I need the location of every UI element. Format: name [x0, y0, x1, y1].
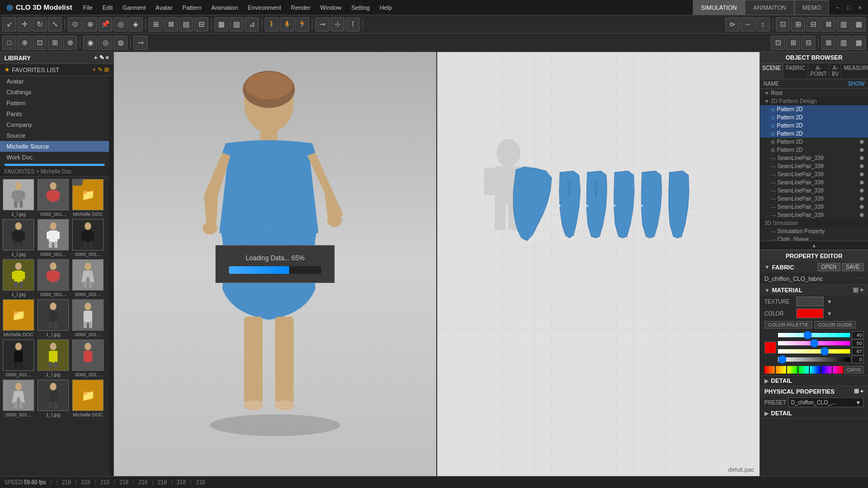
- tree-seam-2[interactable]: — SeamLinePair_339: [760, 162, 868, 170]
- spectrum-magenta[interactable]: [833, 366, 843, 374]
- tool-sub-b[interactable]: ⊕: [17, 36, 31, 50]
- spectrum-red[interactable]: [764, 366, 775, 374]
- cmyk-color-swatch[interactable]: [764, 342, 776, 354]
- menu-render[interactable]: Render: [286, 2, 315, 13]
- tree-pattern-1[interactable]: ⊞ Pattern 2D: [760, 105, 868, 113]
- tool-sim-2[interactable]: ◎: [113, 17, 127, 31]
- tool-2dsub-b[interactable]: ⊞: [786, 36, 800, 50]
- tool-sub-d[interactable]: ⊞: [48, 36, 62, 50]
- fav-edit-icon[interactable]: ✎: [98, 66, 103, 73]
- tool-d[interactable]: ⊟: [194, 17, 208, 31]
- tool-h[interactable]: ⊸: [315, 17, 329, 31]
- lib-item-michelle-source[interactable]: Michelle Source: [0, 141, 109, 152]
- 2d-viewport[interactable]: defult.pac: [437, 52, 760, 476]
- tree-seam-3[interactable]: — SeamLinePair_339: [760, 170, 868, 178]
- thumb-item[interactable]: 0060_001...: [37, 259, 69, 297]
- thumb-item[interactable]: 📁 Michelle DOC: [72, 380, 104, 418]
- tab-apoint[interactable]: A-POINT: [808, 63, 830, 79]
- tool-figure-pose[interactable]: 🧍: [280, 17, 294, 31]
- lib-edit-icon[interactable]: ✎: [99, 54, 104, 61]
- cmyk-c-slider[interactable]: [778, 333, 850, 337]
- tool-f[interactable]: ▧: [229, 17, 244, 31]
- tool-b[interactable]: ⊠: [164, 17, 178, 31]
- thumb-item[interactable]: 0060_001...: [72, 339, 104, 377]
- menu-animation[interactable]: Animation: [207, 2, 242, 13]
- collapse-bar[interactable]: ▲: [760, 241, 868, 250]
- tool-2d-b[interactable]: ⊞: [791, 17, 805, 31]
- tree-seam-1[interactable]: — SeamLinePair_339: [760, 154, 868, 162]
- tool-2dsub-f[interactable]: ▦: [852, 36, 866, 50]
- tool-c[interactable]: ▤: [179, 17, 193, 31]
- texture-menu-icon[interactable]: ▼: [827, 299, 832, 305]
- tool-sub-g[interactable]: ◎: [98, 36, 112, 50]
- tree-pattern-4[interactable]: ⊞ Pattern 2D: [760, 130, 868, 138]
- thumb-item[interactable]: 1_l.jpg: [2, 259, 35, 297]
- tool-i[interactable]: ⊹: [330, 17, 344, 31]
- tool-scale[interactable]: ⤡: [48, 17, 62, 31]
- tool-sub-a[interactable]: □: [2, 36, 16, 50]
- thumb-item[interactable]: 0060_001...: [37, 219, 69, 257]
- thumb-item[interactable]: 1_l.jpg: [37, 339, 69, 377]
- cmyk-y-value[interactable]: 67: [852, 348, 864, 355]
- cmyk-button[interactable]: CMYK: [844, 366, 864, 374]
- tree-seam-7[interactable]: — SeamLinePair_339: [760, 203, 868, 211]
- tool-sub-i[interactable]: ⊸: [133, 36, 148, 50]
- tool-avatar[interactable]: 🏃: [295, 17, 309, 31]
- thumb-item[interactable]: 1_l.jpg: [2, 219, 35, 257]
- close-button[interactable]: ×: [855, 3, 865, 12]
- tool-sub-c[interactable]: ⊡: [33, 36, 47, 50]
- phys-expand-icon[interactable]: ⊞: [854, 388, 859, 395]
- tool-2dsub-c[interactable]: ⊟: [801, 36, 815, 50]
- tool-sub-h[interactable]: ◍: [113, 36, 127, 50]
- texture-swatch[interactable]: [796, 297, 824, 306]
- tool-2d-nav[interactable]: ⊳: [725, 17, 739, 31]
- tab-memo[interactable]: MEMO: [794, 0, 829, 15]
- tool-2d-e[interactable]: ▥: [837, 17, 851, 31]
- thumb-item[interactable]: 0060_001...: [2, 380, 35, 418]
- tool-sim-pin[interactable]: 📌: [98, 17, 112, 31]
- tool-2d-d[interactable]: ⊠: [821, 17, 835, 31]
- tool-a[interactable]: ⊞: [149, 17, 163, 31]
- tool-2dsub-e[interactable]: ▥: [837, 36, 851, 50]
- material-expand-icon[interactable]: ⊞: [853, 286, 858, 294]
- phys-add-icon[interactable]: +: [860, 388, 864, 395]
- tool-j[interactable]: ⊺: [346, 17, 360, 31]
- tool-2dsub-d[interactable]: ⊠: [821, 36, 835, 50]
- tool-2d-scale[interactable]: ↕: [756, 17, 770, 31]
- cmyk-y-slider[interactable]: [778, 349, 850, 354]
- tool-move-3d[interactable]: ✛: [17, 17, 31, 31]
- thumb-item[interactable]: 1_l.jpg: [2, 179, 35, 217]
- spectrum-yellow[interactable]: [787, 366, 797, 374]
- color-swatch[interactable]: [796, 309, 824, 318]
- material-add-icon[interactable]: +: [860, 286, 864, 294]
- lib-item-pants[interactable]: Pants: [0, 108, 109, 119]
- menu-file[interactable]: File: [79, 2, 97, 13]
- thumb-item[interactable]: 1_l.jpg: [37, 299, 69, 337]
- fabric-save-button[interactable]: SAVE: [842, 263, 864, 271]
- tree-pattern-2[interactable]: ⊞ Pattern 2D: [760, 113, 868, 121]
- tab-abv[interactable]: A-BV: [829, 63, 841, 79]
- lib-item-pattern[interactable]: Pattern: [0, 98, 109, 108]
- tree-root[interactable]: ▼ Root: [760, 89, 868, 97]
- preset-value[interactable]: D_chiffon_CLO_... ▼: [788, 397, 864, 407]
- menu-pattern[interactable]: Pattern: [178, 2, 206, 13]
- menu-environment[interactable]: Environment: [244, 2, 286, 13]
- tab-scene[interactable]: SCENE: [760, 63, 783, 79]
- menu-edit[interactable]: Edit: [98, 2, 117, 13]
- tool-2dsub-a[interactable]: ⊡: [771, 36, 785, 50]
- tab-simulation[interactable]: SIMULATION: [693, 0, 745, 15]
- cmyk-m-value[interactable]: 50: [852, 339, 864, 347]
- tool-g[interactable]: ⊿: [245, 17, 259, 31]
- color-menu-icon[interactable]: ▼: [827, 311, 832, 317]
- tree-sim-property[interactable]: — Simulation Property: [760, 227, 868, 235]
- tool-2d-a[interactable]: ⊡: [776, 17, 790, 31]
- show-label[interactable]: SHOW: [848, 81, 865, 87]
- library-scrollbar[interactable]: [109, 76, 113, 476]
- lib-close-icon[interactable]: ×: [106, 54, 109, 61]
- spectrum-orange[interactable]: [776, 366, 786, 374]
- tool-sim-select[interactable]: ⊙: [68, 17, 82, 31]
- tool-figure-select[interactable]: 🚶: [265, 17, 279, 31]
- thumb-item[interactable]: 0060_001...: [72, 219, 104, 257]
- cmyk-k-slider[interactable]: [778, 357, 850, 362]
- tool-select-3d[interactable]: ↙: [2, 17, 16, 31]
